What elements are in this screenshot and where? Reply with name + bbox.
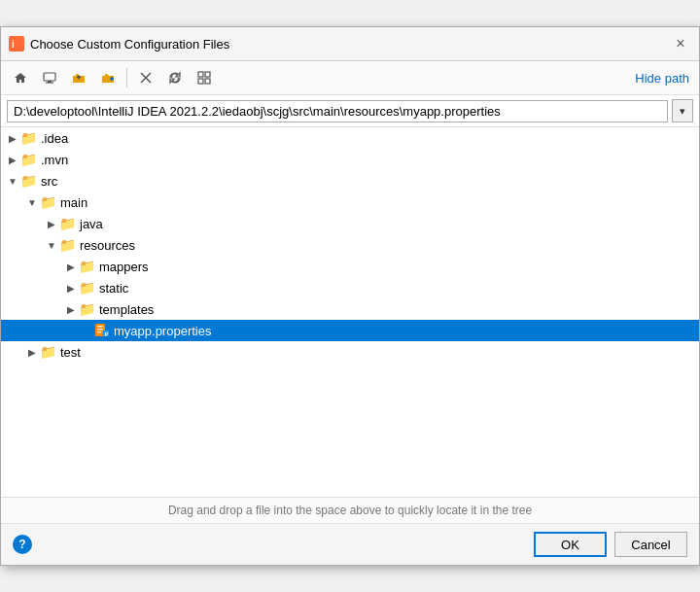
title-bar: i Choose Custom Configuration Files ×	[1, 27, 699, 61]
label-idea: .idea	[41, 131, 68, 146]
tree-item-test[interactable]: ▶ 📁 test	[1, 341, 699, 363]
delete-button[interactable]	[132, 65, 159, 90]
new-folder-button[interactable]	[94, 65, 122, 90]
folder-icon-main: 📁	[40, 194, 56, 210]
tree-item-static[interactable]: ▶ 📁 static	[1, 277, 699, 298]
label-mappers: mappers	[99, 260, 149, 274]
folder-icon-resources: 📁	[59, 237, 76, 253]
status-bar: Drag and drop a file into the space abov…	[1, 497, 699, 523]
computer-button[interactable]	[36, 65, 63, 90]
label-src: src	[41, 174, 57, 189]
tree-item-idea[interactable]: ▶ 📁 .idea	[1, 127, 699, 149]
label-myapp: myapp.properties	[114, 324, 211, 338]
path-input[interactable]	[7, 100, 668, 122]
folder-icon-mvn: 📁	[20, 152, 37, 167]
expand-all-button[interactable]	[191, 65, 218, 90]
separator-1	[126, 68, 127, 87]
toggle-resources[interactable]: ▼	[44, 240, 59, 251]
svg-rect-9	[198, 72, 203, 77]
folder-icon-src: 📁	[20, 173, 37, 189]
toggle-mappers[interactable]: ▶	[63, 261, 79, 272]
tree-item-myapp[interactable]: P myapp.properties	[1, 320, 699, 341]
tree-item-mappers[interactable]: ▶ 📁 mappers	[1, 256, 699, 277]
path-bar: ▾	[1, 95, 699, 127]
tree-item-resources[interactable]: ▼ 📁 resources	[1, 234, 699, 256]
hide-path-button[interactable]: Hide path	[631, 69, 693, 87]
svg-text:i: i	[12, 39, 15, 50]
tree-item-templates[interactable]: ▶ 📁 templates	[1, 298, 699, 320]
cancel-button[interactable]: Cancel	[614, 532, 687, 557]
main-dialog: i Choose Custom Configuration Files ×	[0, 26, 700, 566]
toggle-java[interactable]: ▶	[44, 219, 59, 229]
svg-rect-15	[97, 329, 103, 331]
path-dropdown-button[interactable]: ▾	[672, 99, 693, 122]
svg-rect-12	[205, 79, 210, 84]
svg-rect-16	[97, 331, 101, 333]
toggle-main[interactable]: ▼	[24, 197, 40, 208]
tree-item-src[interactable]: ▼ 📁 src	[1, 170, 699, 192]
ok-button[interactable]: OK	[534, 532, 607, 557]
toolbar: Hide path	[1, 61, 699, 95]
refresh-button[interactable]	[161, 65, 189, 90]
folder-icon-test: 📁	[40, 344, 56, 360]
properties-file-icon: P	[94, 323, 110, 338]
folder-up-button[interactable]	[65, 65, 92, 90]
svg-rect-11	[198, 79, 203, 84]
toggle-templates[interactable]: ▶	[63, 304, 79, 315]
tree-item-java[interactable]: ▶ 📁 java	[1, 213, 699, 234]
toggle-idea[interactable]: ▶	[5, 133, 20, 144]
svg-rect-2	[44, 73, 55, 81]
folder-icon-idea: 📁	[20, 130, 37, 146]
button-bar: ? OK Cancel	[1, 523, 699, 565]
label-test: test	[60, 345, 81, 360]
label-resources: resources	[80, 238, 135, 253]
toggle-static[interactable]: ▶	[63, 283, 79, 294]
label-mvn: .mvn	[41, 153, 68, 167]
close-button[interactable]: ×	[670, 33, 691, 54]
svg-rect-14	[97, 326, 103, 328]
home-button[interactable]	[7, 65, 34, 90]
label-main: main	[60, 195, 88, 210]
toggle-mvn[interactable]: ▶	[5, 155, 20, 165]
toggle-test[interactable]: ▶	[24, 347, 40, 358]
folder-icon-templates: 📁	[79, 301, 95, 317]
svg-text:P: P	[105, 331, 109, 337]
svg-rect-10	[205, 72, 210, 77]
drag-drop-hint: Drag and drop a file into the space abov…	[168, 504, 532, 517]
folder-icon-mappers: 📁	[79, 259, 95, 274]
label-java: java	[80, 217, 103, 231]
tree-item-main[interactable]: ▼ 📁 main	[1, 192, 699, 213]
folder-icon-java: 📁	[59, 216, 76, 231]
file-tree: ▶ 📁 .idea ▶ 📁 .mvn ▼ 📁 src ▼ 📁 main ▶ 📁 …	[1, 127, 699, 497]
label-static: static	[99, 281, 128, 296]
app-icon: i	[9, 36, 24, 52]
help-button[interactable]: ?	[13, 535, 32, 554]
label-templates: templates	[99, 302, 154, 317]
tree-item-mvn[interactable]: ▶ 📁 .mvn	[1, 149, 699, 170]
folder-icon-static: 📁	[79, 280, 95, 296]
dialog-title: Choose Custom Configuration Files	[30, 37, 664, 52]
toggle-src[interactable]: ▼	[5, 176, 20, 187]
